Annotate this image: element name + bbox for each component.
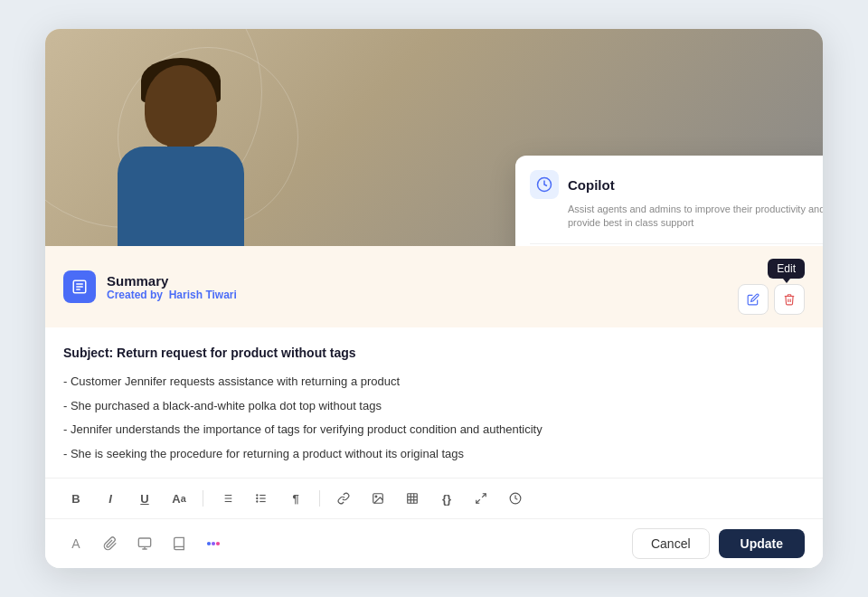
text-color-icon[interactable]: A <box>63 531 89 556</box>
content-subject: Subject: Return request for product with… <box>63 346 805 360</box>
table-button[interactable] <box>400 486 425 511</box>
italic-button[interactable]: I <box>98 486 123 511</box>
person-image <box>45 29 316 246</box>
svg-rect-18 <box>408 494 418 504</box>
svg-point-29 <box>207 542 211 545</box>
svg-rect-26 <box>138 538 150 546</box>
content-line: - She purchased a black-and-white polka … <box>63 397 805 415</box>
underline-button[interactable]: U <box>132 486 157 511</box>
content-line: - Customer Jennifer requests assistance … <box>63 373 805 391</box>
svg-point-13 <box>257 495 258 496</box>
created-by: Created by Harish Tiwari <box>107 289 237 301</box>
formatting-toolbar: B I U Aa ¶ {} <box>45 478 823 519</box>
history-button[interactable] <box>503 486 528 511</box>
bottom-right: Cancel Update <box>632 528 805 559</box>
hero-image-area: Copilot Assist agents and admins to impr… <box>45 29 823 246</box>
edit-button[interactable] <box>738 284 769 315</box>
content-line: - Jennifer understands the importance of… <box>63 421 805 439</box>
unordered-list-button[interactable] <box>249 486 274 511</box>
expand-button[interactable] <box>468 486 494 511</box>
bottom-bar: A Cancel <box>45 519 823 568</box>
summary-icon <box>63 270 96 303</box>
svg-line-23 <box>482 494 486 498</box>
svg-point-30 <box>212 542 215 545</box>
svg-point-14 <box>257 498 258 498</box>
edit-btn-group: Edit <box>738 259 805 315</box>
content-area: Summary Created by Harish Tiwari Edit <box>45 246 823 568</box>
svg-line-24 <box>476 499 480 503</box>
paragraph-button[interactable]: ¶ <box>283 486 308 511</box>
link-button[interactable] <box>331 486 356 511</box>
ordered-list-button[interactable] <box>214 486 240 511</box>
attachment-icon[interactable] <box>98 531 123 556</box>
action-buttons <box>738 284 805 315</box>
edit-tooltip: Edit <box>768 259 805 279</box>
copilot-header: Copilot <box>530 170 823 199</box>
copilot-icon <box>530 170 559 199</box>
delete-button[interactable] <box>774 284 805 315</box>
summary-left: Summary Created by Harish Tiwari <box>63 270 237 303</box>
image-button[interactable] <box>365 486 391 511</box>
toolbar-sep-2 <box>319 490 320 507</box>
svg-point-31 <box>216 542 220 545</box>
svg-point-15 <box>257 501 258 502</box>
update-button[interactable]: Update <box>719 529 805 558</box>
bold-button[interactable]: B <box>63 486 89 511</box>
created-by-name: Harish Tiwari <box>169 289 237 301</box>
copilot-dots-button[interactable] <box>201 531 226 556</box>
copilot-title: Copilot <box>568 177 615 193</box>
summary-title: Summary <box>107 273 237 289</box>
content-line: - She is seeking the procedure for retur… <box>63 445 805 463</box>
summary-title-area: Summary Created by Harish Tiwari <box>107 273 237 301</box>
cancel-button[interactable]: Cancel <box>632 528 710 559</box>
content-lines: - Customer Jennifer requests assistance … <box>63 373 805 462</box>
svg-point-17 <box>375 496 377 498</box>
copilot-subtitle: Assist agents and admins to improve thei… <box>568 203 823 231</box>
summary-header: Summary Created by Harish Tiwari Edit <box>45 246 823 327</box>
copilot-divider <box>530 243 823 244</box>
content-text-area: Subject: Return request for product with… <box>45 327 823 478</box>
book-icon[interactable] <box>166 531 192 556</box>
code-button[interactable]: {} <box>434 486 459 511</box>
created-by-label: Created by <box>107 289 163 301</box>
font-size-button[interactable]: Aa <box>166 486 192 511</box>
copilot-popup: Copilot Assist agents and admins to impr… <box>515 156 823 246</box>
screen-icon[interactable] <box>132 531 157 556</box>
main-card: Copilot Assist agents and admins to impr… <box>45 29 823 568</box>
bottom-left: A <box>63 531 226 556</box>
toolbar-sep-1 <box>203 490 203 507</box>
